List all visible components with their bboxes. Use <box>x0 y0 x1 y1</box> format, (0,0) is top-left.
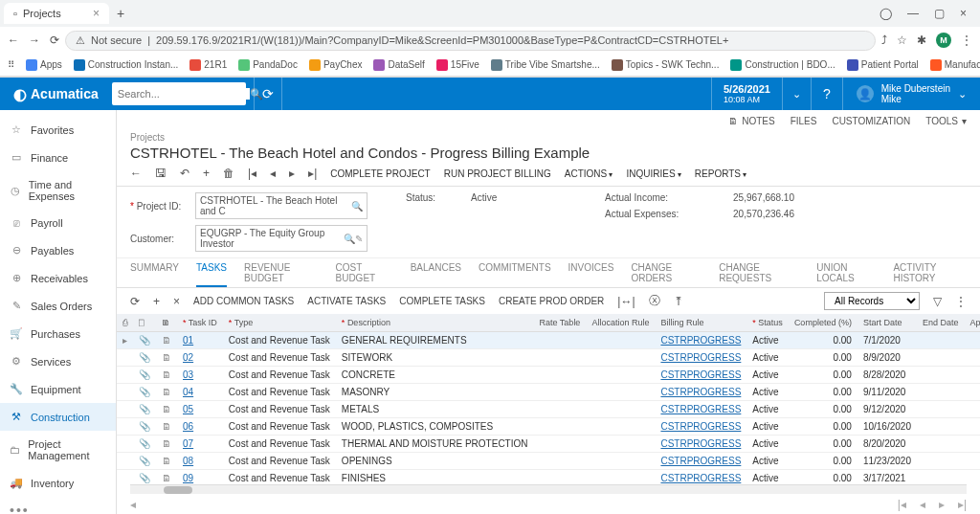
cell-start-date[interactable]: 7/1/2020 <box>858 332 917 349</box>
cell-allocation-rule[interactable] <box>586 436 655 453</box>
notes-button[interactable]: 🗎 NOTES <box>728 116 774 126</box>
cell-app[interactable] <box>965 332 981 349</box>
other-window-icon[interactable]: ◯ <box>880 7 892 20</box>
bookmark-item[interactable]: Manufacturers Asso... <box>930 59 980 71</box>
file-icon[interactable]: 🗎 <box>156 349 177 367</box>
grid-add-icon[interactable]: + <box>153 295 160 308</box>
col-billing-rule[interactable]: Billing Rule <box>655 314 746 332</box>
note-icon[interactable]: 📎 <box>133 453 156 470</box>
maximize-icon[interactable]: ▢ <box>934 7 945 20</box>
cell-end-date[interactable] <box>917 470 965 485</box>
cell-app[interactable] <box>965 384 981 401</box>
project-id-input[interactable]: CSTRHOTEL - The Beach Hotel and C🔍 <box>195 192 368 219</box>
cell-start-date[interactable]: 10/16/2020 <box>858 418 917 436</box>
cell-completed[interactable]: 0.00 <box>789 332 858 349</box>
bookmark-item[interactable]: Apps <box>26 59 62 71</box>
cell-rate-table[interactable] <box>534 384 587 401</box>
cell-description[interactable]: GENERAL REQUIREMENTS <box>336 332 534 349</box>
cell-start-date[interactable]: 9/12/2020 <box>858 401 917 418</box>
col-end-date[interactable]: End Date <box>917 314 965 332</box>
url-input[interactable]: ⚠ Not secure | 209.59.176.9/2021R1/(W(18… <box>65 31 876 51</box>
billing-rule-link[interactable]: CSTRPROGRESS <box>660 387 741 397</box>
cell-status[interactable]: Active <box>746 418 789 436</box>
add-common-tasks-button[interactable]: ADD COMMON TASKS <box>193 296 294 306</box>
cell-type[interactable]: Cost and Revenue Task <box>223 332 336 349</box>
grid-delete-icon[interactable]: × <box>173 295 180 308</box>
cell-completed[interactable]: 0.00 <box>789 453 858 470</box>
cell-status[interactable]: Active <box>746 470 789 485</box>
add-icon[interactable]: + <box>203 167 210 180</box>
billing-rule-link[interactable]: CSTRPROGRESS <box>660 456 741 466</box>
help-icon[interactable]: ? <box>811 78 842 110</box>
col-rate-table[interactable]: Rate Table <box>534 314 587 332</box>
cell-start-date[interactable]: 3/17/2021 <box>858 470 917 485</box>
fit-columns-icon[interactable]: |↔| <box>617 295 635 308</box>
tab-commitments[interactable]: COMMITMENTS <box>479 262 551 287</box>
sidebar-more[interactable]: ••• <box>0 497 116 514</box>
cell-start-date[interactable]: 11/23/2020 <box>858 453 917 470</box>
billing-rule-link[interactable]: CSTRPROGRESS <box>660 473 741 483</box>
cell-rate-table[interactable] <box>534 453 587 470</box>
apps-icon[interactable]: ⠿ <box>8 59 14 70</box>
bookmark-item[interactable]: Construction Instan... <box>74 59 179 71</box>
cell-rate-table[interactable] <box>534 367 587 384</box>
table-row[interactable]: ▸ 📎 🗎 01 Cost and Revenue Task GENERAL R… <box>117 332 980 349</box>
col-notes[interactable]: ⎕ <box>133 314 156 332</box>
cell-start-date[interactable]: 9/11/2020 <box>858 384 917 401</box>
note-icon[interactable]: 📎 <box>133 332 156 349</box>
task-id-link[interactable]: 09 <box>183 473 193 483</box>
cell-completed[interactable]: 0.00 <box>789 384 858 401</box>
export-excel-icon[interactable]: ⓧ <box>649 293 660 309</box>
bookmark-item[interactable]: DataSelf <box>373 59 424 71</box>
table-row[interactable]: 📎 🗎 03 Cost and Revenue Task CONCRETE CS… <box>117 367 980 384</box>
pager-next-icon[interactable]: ▸ <box>939 498 945 511</box>
bookmark-item[interactable]: Topics - SWK Techn... <box>612 59 720 71</box>
tasks-grid[interactable]: ⎙ ⎕ 🗎 Task ID Type Description Rate Tabl… <box>117 314 980 484</box>
brand-logo[interactable]: ◐ Acumatica <box>0 85 112 103</box>
cell-start-date[interactable]: 8/20/2020 <box>858 436 917 453</box>
cell-allocation-rule[interactable] <box>586 401 655 418</box>
cell-allocation-rule[interactable] <box>586 367 655 384</box>
grid-refresh-icon[interactable]: ⟳ <box>130 295 140 308</box>
tab-invoices[interactable]: INVOICES <box>568 262 614 287</box>
file-icon[interactable]: 🗎 <box>156 470 177 485</box>
col-type[interactable]: Type <box>223 314 336 332</box>
activate-tasks-button[interactable]: ACTIVATE TASKS <box>307 296 386 306</box>
task-id-link[interactable]: 02 <box>183 352 193 363</box>
col-allocation-rule[interactable]: Allocation Rule <box>586 314 655 332</box>
sidebar-item-inventory[interactable]: 🚚Inventory <box>0 469 116 497</box>
customization-button[interactable]: CUSTOMIZATION <box>832 116 910 126</box>
settings-icon[interactable]: ⋮ <box>955 295 967 308</box>
cell-rate-table[interactable] <box>534 332 587 349</box>
cell-app[interactable] <box>965 367 981 384</box>
tools-button[interactable]: TOOLS ▾ <box>925 116 967 126</box>
cell-description[interactable]: CONCRETE <box>336 367 534 384</box>
pager-last-icon[interactable]: ▸| <box>958 498 967 511</box>
task-id-link[interactable]: 01 <box>183 335 193 346</box>
sidebar-item-favorites[interactable]: ☆Favorites <box>0 116 116 144</box>
task-id-link[interactable]: 03 <box>183 369 193 380</box>
back-record-icon[interactable]: ← <box>130 167 142 180</box>
cell-type[interactable]: Cost and Revenue Task <box>223 418 336 436</box>
note-icon[interactable]: 📎 <box>133 418 156 436</box>
cell-app[interactable] <box>965 401 981 418</box>
pager-left-icon[interactable]: ◂ <box>130 498 136 511</box>
bookmark-item[interactable]: 15Five <box>436 59 479 71</box>
cell-description[interactable]: MASONRY <box>336 384 534 401</box>
cell-allocation-rule[interactable] <box>586 349 655 367</box>
reports-menu[interactable]: REPORTS <box>695 168 746 179</box>
cell-description[interactable]: FINISHES <box>336 470 534 485</box>
sidebar-item-project management[interactable]: 🗀Project Management <box>0 431 116 469</box>
horizontal-scrollbar[interactable] <box>130 484 967 494</box>
first-icon[interactable]: |◂ <box>248 167 256 180</box>
cell-status[interactable]: Active <box>746 384 789 401</box>
tab-activity history[interactable]: ACTIVITY HISTORY <box>893 262 967 287</box>
cell-end-date[interactable] <box>917 332 965 349</box>
cell-status[interactable]: Active <box>746 436 789 453</box>
file-icon[interactable]: 🗎 <box>156 367 177 384</box>
breadcrumb[interactable]: Projects <box>117 132 980 143</box>
tab-cost budget[interactable]: COST BUDGET <box>336 262 393 287</box>
file-icon[interactable]: 🗎 <box>156 384 177 401</box>
cell-end-date[interactable] <box>917 401 965 418</box>
note-icon[interactable]: 📎 <box>133 470 156 485</box>
